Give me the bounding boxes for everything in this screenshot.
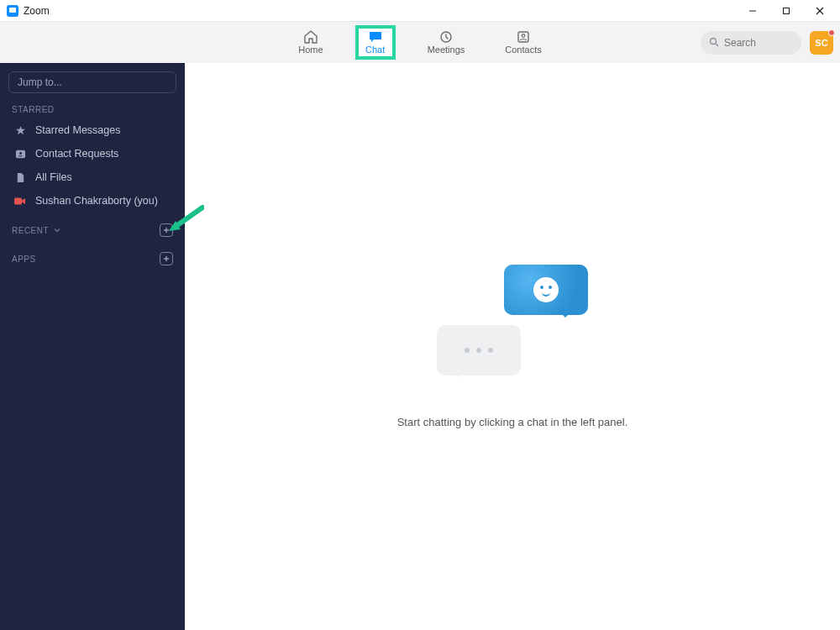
tab-home[interactable]: Home xyxy=(293,29,328,56)
sidebar-item-starred-messages[interactable]: Starred Messages xyxy=(8,119,176,141)
home-icon xyxy=(303,30,318,44)
minimize-button[interactable] xyxy=(736,1,769,21)
tab-contacts-label: Contacts xyxy=(505,45,541,55)
close-button[interactable] xyxy=(803,1,837,21)
search-box[interactable] xyxy=(701,31,801,55)
nav-tabs: Home Chat Meetings Contacts xyxy=(293,29,546,56)
chevron-down-icon xyxy=(54,226,60,235)
contacts-icon xyxy=(516,30,531,44)
maximize-button[interactable] xyxy=(769,1,803,21)
add-recent-button[interactable] xyxy=(160,223,173,237)
person-card-icon xyxy=(13,149,27,160)
body: STARRED Starred Messages Contact Request… xyxy=(0,63,840,630)
svg-rect-11 xyxy=(14,197,22,204)
clock-icon xyxy=(438,30,454,44)
window-titlebar: Zoom xyxy=(0,0,840,22)
speech-bubble-blue-icon xyxy=(504,265,588,315)
tab-home-label: Home xyxy=(298,45,323,55)
tab-contacts[interactable]: Contacts xyxy=(500,29,546,56)
sidebar-item-contact-requests[interactable]: Contact Requests xyxy=(8,143,176,165)
header-right: SC xyxy=(701,31,833,55)
tab-chat[interactable]: Chat xyxy=(359,29,392,56)
profile-avatar[interactable]: SC xyxy=(810,31,833,55)
chat-icon xyxy=(368,30,383,44)
section-starred-label: STARRED xyxy=(12,105,55,114)
sidebar-item-label: Contact Requests xyxy=(35,148,118,160)
speech-bubble-gray-icon xyxy=(437,325,521,375)
window-title: Zoom xyxy=(24,5,50,17)
star-icon xyxy=(13,125,27,136)
file-icon xyxy=(13,172,27,183)
chat-empty-panel: Start chatting by clicking a chat in the… xyxy=(185,63,840,630)
section-recent-label: RECENT xyxy=(12,226,49,235)
sidebar-item-self[interactable]: Sushan Chakraborty (you) xyxy=(8,190,176,212)
empty-chat-illustration xyxy=(437,265,588,382)
sidebar: STARRED Starred Messages Contact Request… xyxy=(0,63,185,630)
zoom-app-icon xyxy=(7,5,18,17)
section-starred: STARRED xyxy=(8,95,176,118)
tab-meetings[interactable]: Meetings xyxy=(423,29,470,56)
sidebar-item-label: Sushan Chakraborty (you) xyxy=(35,195,158,207)
section-recent[interactable]: RECENT xyxy=(8,213,176,240)
search-icon xyxy=(709,35,719,50)
window-controls xyxy=(736,1,837,21)
jump-to-input[interactable] xyxy=(8,71,176,93)
titlebar-left: Zoom xyxy=(7,5,50,17)
svg-point-6 xyxy=(522,34,525,38)
tab-chat-label: Chat xyxy=(365,45,385,55)
sidebar-item-label: Starred Messages xyxy=(35,124,120,136)
tab-meetings-label: Meetings xyxy=(428,45,465,55)
avatar-initials: SC xyxy=(815,38,827,48)
header-nav: Home Chat Meetings Contacts xyxy=(0,22,840,63)
svg-point-7 xyxy=(711,38,717,44)
svg-point-10 xyxy=(19,152,22,155)
section-apps[interactable]: APPS xyxy=(8,242,176,269)
section-apps-label: APPS xyxy=(12,255,36,264)
sidebar-item-label: All Files xyxy=(35,171,72,183)
status-dot-dnd xyxy=(828,29,835,36)
svg-line-8 xyxy=(716,44,718,46)
search-input[interactable] xyxy=(724,37,791,49)
add-app-button[interactable] xyxy=(160,252,173,265)
video-icon xyxy=(13,196,27,207)
empty-chat-text: Start chatting by clicking a chat in the… xyxy=(397,416,628,428)
svg-rect-1 xyxy=(784,8,790,13)
sidebar-item-all-files[interactable]: All Files xyxy=(8,166,176,188)
